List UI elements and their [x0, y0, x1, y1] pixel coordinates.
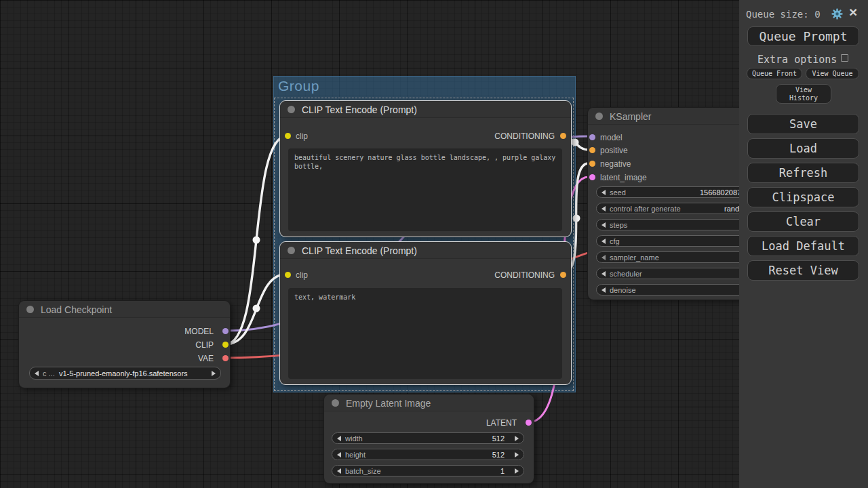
widget-label: seed — [610, 188, 626, 197]
stepper-prev-icon[interactable] — [601, 255, 606, 260]
widget-label: denoise — [610, 286, 636, 294]
node-title: CLIP Text Encode (Prompt) — [302, 245, 417, 256]
save-button[interactable]: Save — [747, 114, 859, 134]
stepper-next-icon[interactable] — [515, 452, 519, 458]
node-empty-latent-image[interactable]: Empty Latent Image LATENT width 512 heig… — [323, 394, 534, 484]
stepper-prev-icon[interactable] — [601, 239, 606, 244]
batch-size-widget[interactable]: batch_size 1 — [332, 465, 524, 476]
model-input-slot[interactable] — [589, 134, 595, 140]
collapse-dot-icon[interactable] — [332, 399, 339, 407]
clip-output-slot[interactable] — [222, 342, 229, 348]
queue-size-label: Queue size: 0 — [746, 9, 821, 20]
prompt-textarea[interactable]: beautiful scenery nature glass bottle la… — [288, 148, 562, 231]
clip-output-label: CLIP — [195, 340, 214, 350]
height-widget[interactable]: height 512 — [332, 449, 524, 460]
node-title: Empty Latent Image — [346, 398, 431, 409]
widget-label: steps — [610, 221, 627, 229]
stepper-prev-icon[interactable] — [337, 468, 341, 474]
queue-prompt-button[interactable]: Queue Prompt — [747, 26, 859, 46]
load-default-button[interactable]: Load Default — [747, 236, 859, 256]
load-button[interactable]: Load — [747, 138, 859, 159]
widget-value: 1566802087 — [700, 188, 741, 197]
close-icon[interactable]: × — [849, 4, 857, 20]
stepper-prev-icon[interactable] — [601, 222, 606, 228]
latent-output-label: LATENT — [486, 418, 517, 428]
width-widget[interactable]: width 512 — [332, 432, 524, 444]
node-header[interactable]: CLIP Text Encode (Prompt) — [280, 242, 571, 259]
collapse-dot-icon[interactable] — [288, 247, 295, 254]
vae-output-slot[interactable] — [222, 355, 229, 361]
stepper-next-icon[interactable] — [515, 468, 519, 474]
node-header[interactable]: CLIP Text Encode (Prompt) — [280, 101, 571, 118]
extra-options-label: Extra options — [757, 54, 837, 66]
queue-front-button[interactable]: Queue Front — [747, 68, 802, 79]
sampler-name-widget[interactable]: sampler_name — [596, 251, 759, 263]
collapse-dot-icon[interactable] — [26, 306, 34, 313]
prompt-textarea[interactable]: text, watermark — [288, 288, 562, 379]
latent-image-input-slot[interactable] — [589, 174, 595, 180]
clip-input-slot[interactable] — [285, 272, 291, 278]
clip-input-slot[interactable] — [285, 133, 291, 139]
link-midpoint-dot — [253, 237, 260, 244]
positive-input-slot[interactable] — [589, 147, 595, 153]
negative-input-slot[interactable] — [589, 161, 595, 167]
view-queue-button[interactable]: View Queue — [806, 68, 859, 79]
conditioning-output-label: CONDITIONING — [494, 270, 555, 280]
combo-prev-icon[interactable] — [35, 371, 39, 376]
view-history-label: View History — [787, 86, 821, 102]
model-output-label: MODEL — [184, 327, 214, 336]
seed-widget[interactable]: seed 1566802087 — [596, 186, 759, 198]
latent-output-slot[interactable] — [526, 420, 532, 426]
steps-widget[interactable]: steps — [596, 219, 759, 230]
stepper-next-icon[interactable] — [515, 436, 519, 441]
node-title: CLIP Text Encode (Prompt) — [302, 104, 417, 115]
widget-label: sampler_name — [610, 253, 659, 262]
collapse-dot-icon[interactable] — [288, 106, 295, 113]
refresh-button[interactable]: Refresh — [747, 163, 859, 183]
stepper-prev-icon[interactable] — [601, 190, 606, 195]
group-title[interactable]: Group — [278, 78, 319, 94]
widget-label: control after generate — [610, 205, 681, 213]
extra-options-checkbox[interactable] — [841, 54, 848, 62]
stepper-prev-icon[interactable] — [601, 271, 606, 277]
clear-button[interactable]: Clear — [747, 211, 859, 232]
ckpt-name-combo[interactable]: c ... v1-5-pruned-emaonly-fp16.safetenso… — [29, 367, 221, 380]
denoise-widget[interactable]: denoise — [596, 284, 759, 296]
model-output-slot[interactable] — [222, 328, 229, 334]
clip-input-label: clip — [296, 131, 308, 141]
widget-label: batch_size — [345, 467, 381, 475]
node-header[interactable]: Empty Latent Image — [324, 394, 534, 411]
reset-view-button[interactable]: Reset View — [747, 260, 859, 281]
collapse-dot-icon[interactable] — [595, 113, 603, 120]
conditioning-output-slot[interactable] — [560, 272, 566, 278]
node-clip-text-encode-2[interactable]: CLIP Text Encode (Prompt) clip CONDITION… — [279, 241, 572, 385]
settings-gear-icon[interactable] — [831, 8, 843, 20]
node-graph-canvas[interactable]: Group CLIP Text Encode (Prompt) clip CON… — [0, 0, 868, 488]
vae-output-label: VAE — [198, 354, 214, 363]
widget-value: 512 — [492, 451, 505, 459]
control-after-generate-widget[interactable]: control after generate randomize — [596, 203, 759, 214]
widget-value: 1 — [500, 467, 505, 475]
stepper-prev-icon[interactable] — [601, 287, 606, 293]
node-header[interactable]: Load Checkpoint — [19, 301, 230, 318]
model-input-label: model — [600, 133, 623, 142]
node-load-checkpoint[interactable]: Load Checkpoint MODEL CLIP VAE c ... v1-… — [18, 300, 231, 388]
scheduler-widget[interactable]: scheduler — [596, 268, 759, 279]
widget-label: height — [345, 451, 366, 459]
cfg-widget[interactable]: cfg — [596, 235, 759, 247]
combo-value: v1-5-pruned-emaonly-fp16.safetensors — [59, 369, 188, 378]
node-clip-text-encode-1[interactable]: CLIP Text Encode (Prompt) clip CONDITION… — [279, 100, 572, 237]
conditioning-output-label: CONDITIONING — [494, 131, 555, 141]
conditioning-output-slot[interactable] — [560, 133, 566, 139]
link-midpoint-dot — [253, 305, 260, 312]
node-title: KSampler — [610, 111, 651, 122]
stepper-prev-icon[interactable] — [337, 452, 341, 458]
clipspace-button[interactable]: Clipspace — [747, 187, 859, 207]
widget-label: cfg — [610, 237, 620, 245]
stepper-prev-icon[interactable] — [601, 206, 606, 211]
stepper-prev-icon[interactable] — [337, 436, 341, 441]
widget-value: 512 — [492, 434, 505, 443]
view-history-button[interactable]: View History — [776, 84, 831, 104]
node-title: Load Checkpoint — [41, 304, 112, 315]
combo-next-icon[interactable] — [212, 371, 216, 376]
